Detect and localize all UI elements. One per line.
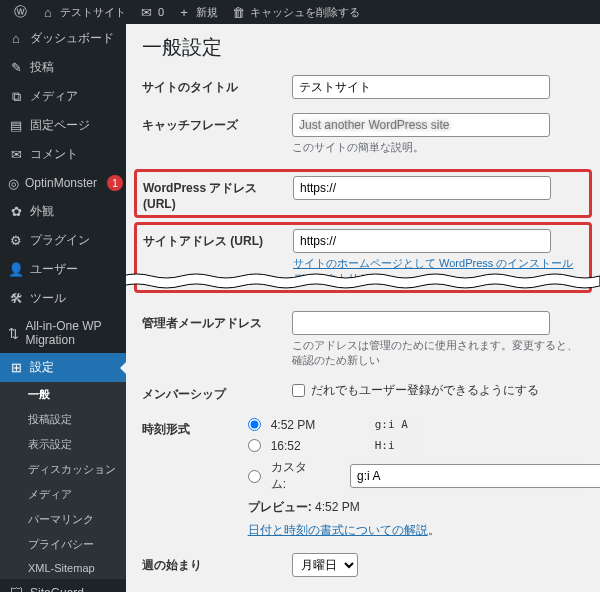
menu-icon: ⧉ bbox=[8, 89, 24, 105]
admin-sidebar: ⌂ダッシュボード✎投稿⧉メディア▤固定ページ✉コメント◎OptinMonster… bbox=[0, 24, 126, 592]
menu-icon: 🛡 bbox=[8, 585, 24, 592]
submenu-item-4[interactable]: メディア bbox=[0, 482, 126, 507]
time-format-label: 時刻形式 bbox=[142, 417, 248, 438]
week-start-label: 週の始まり bbox=[142, 553, 292, 574]
sidebar-item-5[interactable]: ◎OptinMonster1 bbox=[0, 169, 126, 197]
admin-email-desc: このアドレスは管理のために使用されます。変更すると、確認のため新しい bbox=[292, 338, 584, 368]
admin-toolbar: ⓦ ⌂テストサイト ✉0 +新規 🗑キャッシュを削除する bbox=[0, 0, 600, 24]
admin-email-label: 管理者メールアドレス bbox=[142, 311, 292, 332]
submenu-item-2[interactable]: 表示設定 bbox=[0, 432, 126, 457]
time-format-custom-row[interactable]: カスタム: bbox=[248, 459, 584, 493]
membership-checkbox-row[interactable]: だれでもユーザー登録ができるようにする bbox=[292, 382, 584, 399]
membership-checkbox[interactable] bbox=[292, 384, 305, 397]
site-name[interactable]: ⌂テストサイト bbox=[34, 5, 132, 20]
tagline-label: キャッチフレーズ bbox=[142, 113, 292, 134]
menu-icon: ⇅ bbox=[8, 326, 20, 341]
menu-icon: ✎ bbox=[8, 60, 24, 75]
clear-cache[interactable]: 🗑キャッシュを削除する bbox=[224, 5, 366, 20]
sidebar-item-0[interactable]: ⌂ダッシュボード bbox=[0, 24, 126, 53]
menu-icon: ⌂ bbox=[8, 31, 24, 46]
menu-icon: ✿ bbox=[8, 204, 24, 219]
sidebar-item-2[interactable]: ⧉メディア bbox=[0, 82, 126, 111]
sidebar-item-1[interactable]: ✎投稿 bbox=[0, 53, 126, 82]
wp-url-input[interactable] bbox=[293, 176, 551, 200]
new-content[interactable]: +新規 bbox=[170, 5, 224, 20]
submenu-item-0[interactable]: 一般 bbox=[0, 382, 126, 407]
sidebar-item-12[interactable]: 🛡SiteGuard bbox=[0, 579, 126, 592]
sidebar-item-3[interactable]: ▤固定ページ bbox=[0, 111, 126, 140]
site-url-input[interactable] bbox=[293, 229, 551, 253]
menu-icon: 👤 bbox=[8, 262, 24, 277]
sidebar-item-9[interactable]: 🛠ツール bbox=[0, 284, 126, 313]
menu-icon: ▤ bbox=[8, 118, 24, 133]
membership-label: メンバーシップ bbox=[142, 382, 292, 403]
sidebar-item-6[interactable]: ✿外観 bbox=[0, 197, 126, 226]
wp-url-highlight: WordPress アドレス (URL) bbox=[134, 169, 592, 218]
week-start-select[interactable]: 月曜日 bbox=[292, 553, 358, 577]
sidebar-item-7[interactable]: ⚙プラグイン bbox=[0, 226, 126, 255]
page-title: 一般設定 bbox=[142, 34, 584, 61]
tagline-input[interactable] bbox=[292, 113, 550, 137]
menu-icon: ✉ bbox=[8, 147, 24, 162]
tagline-desc: このサイトの簡単な説明。 bbox=[292, 140, 584, 155]
menu-icon: ⚙ bbox=[8, 233, 24, 248]
time-format-option[interactable]: 4:52 PMg:i A bbox=[248, 417, 584, 432]
menu-icon: 🛠 bbox=[8, 291, 24, 306]
sidebar-item-4[interactable]: ✉コメント bbox=[0, 140, 126, 169]
time-format-option[interactable]: 16:52H:i bbox=[248, 438, 584, 453]
submenu-item-5[interactable]: パーマリンク bbox=[0, 507, 126, 532]
submenu-item-1[interactable]: 投稿設定 bbox=[0, 407, 126, 432]
sidebar-item-8[interactable]: 👤ユーザー bbox=[0, 255, 126, 284]
site-url-desc-link[interactable]: サイトのホームページとして WordPress のインストールディレクトリとは bbox=[293, 257, 573, 284]
site-url-label: サイトアドレス (URL) bbox=[143, 229, 293, 250]
wp-url-label: WordPress アドレス (URL) bbox=[143, 176, 293, 211]
site-url-highlight: サイトアドレス (URL) サイトのホームページとして WordPress のイ… bbox=[134, 222, 592, 293]
submenu-item-7[interactable]: XML-Sitemap bbox=[0, 557, 126, 579]
main-content: 一般設定 サイトのタイトル キャッチフレーズ このサイトの簡単な説明。 Word… bbox=[126, 24, 600, 592]
sidebar-item-11[interactable]: ⊞設定 bbox=[0, 353, 126, 382]
sidebar-item-10[interactable]: ⇅All-in-One WP Migration bbox=[0, 313, 126, 353]
time-format-help-link[interactable]: 日付と時刻の書式についての解説 bbox=[248, 523, 428, 537]
wp-logo[interactable]: ⓦ bbox=[6, 3, 34, 21]
time-format-custom-radio[interactable] bbox=[248, 470, 261, 483]
menu-icon: ⊞ bbox=[8, 360, 24, 375]
admin-email-input[interactable] bbox=[292, 311, 550, 335]
site-title-input[interactable] bbox=[292, 75, 550, 99]
comments-link[interactable]: ✉0 bbox=[132, 5, 170, 20]
submenu-item-3[interactable]: ディスカッション bbox=[0, 457, 126, 482]
site-title-label: サイトのタイトル bbox=[142, 75, 292, 96]
time-format-custom-input[interactable] bbox=[350, 464, 600, 488]
submenu-item-6[interactable]: プライバシー bbox=[0, 532, 126, 557]
menu-icon: ◎ bbox=[8, 176, 19, 191]
badge: 1 bbox=[107, 175, 123, 191]
